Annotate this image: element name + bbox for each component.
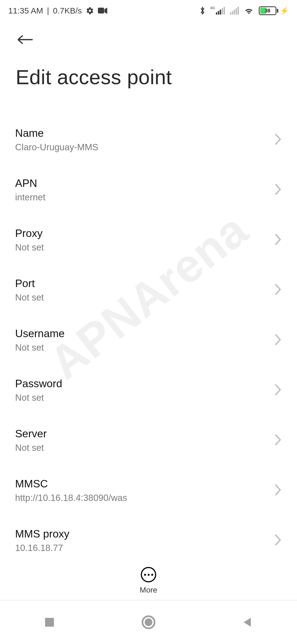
nav-recents-button[interactable] [22, 616, 77, 628]
setting-value: Not set [15, 392, 62, 403]
setting-value: 10.16.18.77 [15, 543, 69, 553]
page-title: Edit access point [15, 66, 286, 89]
signal-sim2 [230, 7, 239, 15]
setting-label: Username [15, 328, 65, 340]
more-icon [141, 567, 156, 582]
svg-rect-0 [98, 8, 104, 13]
chevron-right-icon [274, 384, 282, 397]
chevron-right-icon [274, 434, 282, 447]
setting-label: Server [15, 428, 47, 440]
chevron-right-icon [274, 334, 282, 347]
status-left: 11:35 AM | 0.7KB/s [8, 6, 107, 15]
chevron-right-icon [274, 484, 282, 497]
arrow-left-icon [16, 34, 34, 45]
wifi-icon [244, 7, 254, 15]
setting-value: Claro-Uruguay-MMS [15, 142, 98, 152]
status-separator: | [47, 6, 49, 15]
nav-home-button[interactable] [121, 615, 176, 630]
charging-icon: ⚡ [280, 7, 289, 15]
chevron-right-icon [274, 233, 282, 247]
circle-icon [141, 615, 156, 630]
setting-label: MMSC [15, 478, 127, 490]
more-label: More [140, 586, 157, 594]
setting-value: Not set [15, 342, 65, 353]
status-net-speed: 0.7KB/s [53, 6, 82, 15]
svg-rect-1 [45, 618, 54, 627]
square-icon [43, 616, 56, 628]
setting-row-username[interactable]: Username Not set [15, 315, 282, 365]
setting-value: Not set [15, 292, 44, 303]
app-bar: Edit access point [0, 21, 297, 89]
setting-row-proxy[interactable]: Proxy Not set [15, 215, 282, 265]
status-bar: 11:35 AM | 0.7KB/s 4G 38 ⚡ [0, 0, 297, 21]
camera-icon [98, 7, 107, 14]
setting-row-name[interactable]: Name Claro-Uruguay-MMS [15, 115, 282, 165]
triangle-left-icon [241, 616, 254, 628]
setting-value: Not set [15, 242, 44, 253]
setting-label: Password [15, 378, 62, 390]
nav-back-button[interactable] [220, 616, 275, 628]
setting-value: http://10.16.18.4:38090/was [15, 493, 127, 503]
chevron-right-icon [274, 133, 282, 146]
setting-row-password[interactable]: Password Not set [15, 365, 282, 416]
settings-icon [86, 7, 94, 15]
setting-row-port[interactable]: Port Not set [15, 265, 282, 315]
back-button[interactable] [15, 30, 35, 50]
system-nav-bar [0, 600, 297, 644]
setting-row-apn[interactable]: APN internet [15, 165, 282, 215]
svg-point-3 [145, 618, 152, 626]
chevron-right-icon [274, 183, 282, 197]
chevron-right-icon [274, 283, 282, 297]
setting-value: internet [15, 192, 45, 203]
settings-list: Name Claro-Uruguay-MMS APN internet Prox… [0, 115, 297, 566]
status-right: 4G 38 ⚡ [199, 6, 289, 15]
setting-label: APN [15, 177, 45, 189]
battery-indicator: 38 ⚡ [259, 6, 289, 15]
signal-sim1: 4G [210, 7, 225, 15]
bluetooth-icon [199, 6, 205, 15]
setting-value: Not set [15, 443, 47, 453]
setting-label: Port [15, 277, 44, 290]
setting-row-server[interactable]: Server Not set [15, 416, 282, 466]
status-time: 11:35 AM [8, 6, 43, 15]
setting-label: MMS proxy [15, 528, 69, 540]
chevron-right-icon [274, 534, 282, 547]
setting-label: Name [15, 127, 98, 139]
setting-row-mmsc[interactable]: MMSC http://10.16.18.4:38090/was [15, 466, 282, 516]
setting-row-mms-proxy[interactable]: MMS proxy 10.16.18.77 [15, 516, 282, 566]
setting-label: Proxy [15, 227, 44, 239]
more-button[interactable]: More [0, 567, 297, 594]
signal-4g-label: 4G [210, 6, 215, 10]
battery-percent: 38 [260, 8, 276, 14]
